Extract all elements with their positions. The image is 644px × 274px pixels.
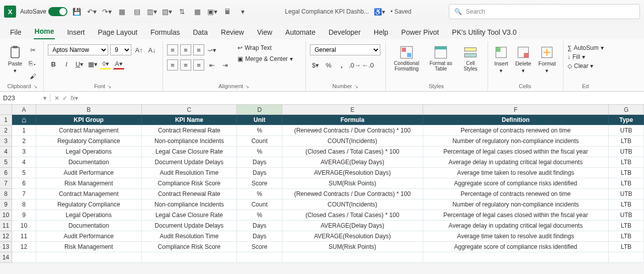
cell[interactable]: AVERAGE(Resolution Days) [282,231,423,242]
saved-status[interactable]: • Saved [390,8,412,15]
format-as-table-button[interactable]: Format as Table [426,44,455,73]
row-number[interactable]: 14 [0,252,12,263]
paste-button[interactable]: Paste ▾ [6,44,24,75]
tab-page-layout[interactable]: Page Layout [97,26,138,39]
clear-button[interactable]: ◇Clear ▾ [568,62,594,70]
cell[interactable] [12,252,36,263]
cell[interactable]: LTB [609,242,644,252]
cell[interactable]: Average time taken to resolve audit find… [423,231,609,242]
cell[interactable]: % [237,147,282,157]
cell[interactable]: Days [237,157,282,168]
cell[interactable]: Days [237,231,282,242]
cell[interactable]: Count [237,199,282,210]
row-number[interactable]: 9 [0,199,12,210]
header-cell[interactable]: KPI Group [36,115,142,125]
cell[interactable]: Compliance Risk Score [142,178,237,189]
cell[interactable]: Average delay in updating critical legal… [423,157,609,168]
delete-cells-button[interactable]: Delete▾ [513,44,533,75]
enter-icon[interactable]: ✓ [62,95,67,102]
cell[interactable]: AVERAGE(Delay Days) [282,157,423,168]
cell[interactable]: 5 [12,168,36,178]
header-cell[interactable]: KPI Name [142,115,237,125]
header-cell[interactable]: Unit [237,115,282,125]
cell[interactable]: Percentage of contracts renewed on time [423,125,609,136]
cell[interactable]: UTB [609,125,644,136]
row-number[interactable]: 5 [0,157,12,168]
align-left-icon[interactable]: ≡ [167,59,178,71]
dialog-launcher-icon[interactable]: ↘ [354,84,358,89]
col-header[interactable]: D [237,105,282,115]
tab-data[interactable]: Data [192,26,209,39]
format-painter-icon[interactable]: 🖌 [27,71,38,82]
cell[interactable]: % [237,210,282,221]
cell[interactable]: Audit Resolution Time [142,231,237,242]
orientation-icon[interactable]: ⤻▾ [206,44,217,55]
cell[interactable]: % [237,125,282,136]
accessibility-icon[interactable]: ♿▾ [374,8,385,16]
cell[interactable]: (Closed Cases / Total Cases) * 100 [282,210,423,221]
autosum-button[interactable]: ∑AutoSum ▾ [568,44,604,51]
font-size-select[interactable]: 9 [110,44,131,55]
cell[interactable]: Days [237,221,282,231]
cell[interactable]: Legal Case Closure Rate [142,210,237,221]
row-number[interactable]: 7 [0,178,12,189]
decrease-decimal-icon[interactable]: ←.0 [362,59,373,71]
cell[interactable]: Regulatory Compliance [36,136,142,147]
cell[interactable] [423,252,609,263]
cell[interactable]: 10 [12,221,36,231]
col-header[interactable]: B [36,105,142,115]
cell[interactable]: LTB [609,168,644,178]
row-number[interactable]: 6 [0,168,12,178]
cell[interactable]: LTB [609,199,644,210]
tab-formulas[interactable]: Formulas [149,26,181,39]
row-number[interactable]: 10 [0,210,12,221]
increase-font-icon[interactable]: A↑ [133,44,144,55]
dialog-launcher-icon[interactable]: ↘ [245,84,249,89]
align-center-icon[interactable]: ≡ [180,59,191,71]
home-icon[interactable]: ⌂ [12,115,36,125]
row-number[interactable]: 12 [0,231,12,242]
tab-home[interactable]: Home [34,25,55,39]
cell[interactable]: Audit Resolution Time [142,168,237,178]
col-header[interactable]: A [12,105,36,115]
fill-button[interactable]: ↓Fill ▾ [568,53,585,60]
cell[interactable]: SUM(Risk Points) [282,242,423,252]
conditional-formatting-button[interactable]: Conditional Formatting [390,44,423,73]
cell[interactable]: LTB [609,178,644,189]
cell[interactable]: Regulatory Compliance [36,199,142,210]
fx-icon[interactable]: fx▾ [70,95,78,102]
merge-center-button[interactable]: ▣Merge & Center ▾ [237,55,293,62]
cell[interactable]: (Renewed Contracts / Due Contracts) * 10… [282,189,423,199]
cell[interactable]: 11 [12,231,36,242]
align-right-icon[interactable]: ≡ [193,59,204,71]
save-icon[interactable]: 💾 [71,7,82,17]
cell[interactable]: Average delay in updating critical legal… [423,221,609,231]
tab-insert[interactable]: Insert [66,26,86,39]
fill-color-icon[interactable]: ◊▾ [100,58,111,70]
cell[interactable] [609,252,644,263]
cell[interactable]: LTB [609,136,644,147]
align-top-icon[interactable]: ≡ [167,44,178,55]
cell[interactable]: (Closed Cases / Total Cases) * 100 [282,147,423,157]
cell[interactable]: Contract Renewal Rate [142,125,237,136]
cell[interactable]: 6 [12,178,36,189]
row-number[interactable]: 11 [0,221,12,231]
font-color-icon[interactable]: A▾ [113,58,124,70]
tab-developer[interactable]: Developer [328,26,362,39]
cell[interactable]: Risk Management [36,242,142,252]
font-name-select[interactable]: Aptos Narrow [48,44,108,55]
row-number[interactable]: 4 [0,147,12,157]
cell[interactable]: 12 [12,242,36,252]
row-number[interactable]: 13 [0,242,12,252]
cell[interactable]: Average time taken to resolve audit find… [423,168,609,178]
copy-icon[interactable]: ⎘▾ [27,57,38,68]
tab-automate[interactable]: Automate [284,26,316,39]
indent-increase-icon[interactable]: ⇥ [219,59,230,71]
grid-icon[interactable]: ▦ [117,7,127,17]
cell[interactable]: SUM(Risk Points) [282,178,423,189]
col-header[interactable]: G [609,105,644,115]
cancel-icon[interactable]: ✕ [54,95,59,102]
tab-view[interactable]: View [256,26,273,39]
select-all[interactable] [0,105,12,115]
cell[interactable]: Aggregate score of compliance risks iden… [423,178,609,189]
